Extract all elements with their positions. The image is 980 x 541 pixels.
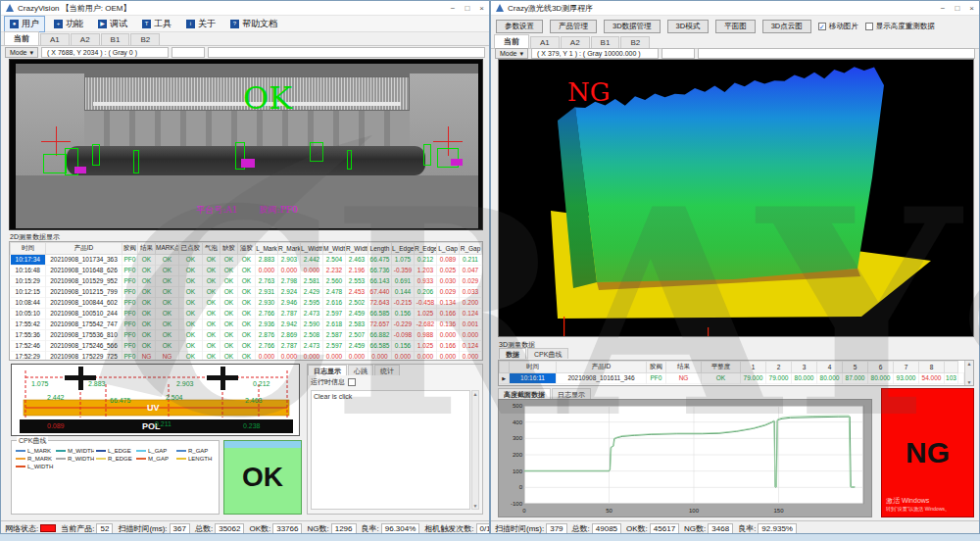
about-icon: i — [186, 20, 195, 28]
status-ok-count: OK数:45617 — [626, 523, 679, 534]
height-chart[interactable]: -1000100200300400500050100150 — [498, 399, 872, 517]
chart-tab-1[interactable]: 日志显示 — [552, 388, 591, 399]
table-row[interactable]: 17:52:2920210908_175229_725PF0NGNGOKOKOK… — [11, 352, 482, 362]
data3d-mgmt-button[interactable]: 3D数据管理 — [604, 20, 661, 33]
glue-mark — [451, 159, 463, 166]
data-tab-0[interactable]: 数据 — [499, 348, 526, 359]
maximize-button[interactable]: □ — [955, 4, 959, 13]
table-3d-scrollbar[interactable]: ▲▼ — [964, 361, 973, 385]
close-button[interactable]: × — [969, 4, 974, 13]
log-scrollbar[interactable]: ▲▼ — [471, 390, 479, 510]
measurement-label: 2.903 — [176, 380, 194, 387]
right-tab-0[interactable]: 当前 — [494, 34, 529, 48]
svg-text:300: 300 — [513, 435, 523, 441]
detection-box — [310, 142, 323, 162]
legend-line-icon — [136, 458, 146, 460]
left-tab-1[interactable]: A1 — [40, 33, 70, 45]
maximize-button[interactable]: □ — [465, 4, 469, 13]
menu-item-tools[interactable]: T工具 — [136, 16, 177, 32]
table-row[interactable]: 10:05:1020210908_100510_244PF0OKOKOKOKOK… — [11, 309, 482, 320]
chevron-down-icon: ▾ — [520, 50, 524, 58]
status-product: 当前产品:52 — [61, 523, 113, 534]
product-mgmt-button[interactable]: 产品管理 — [550, 20, 597, 33]
log-tab-1[interactable]: 心跳 — [348, 365, 373, 375]
result-indicator-strip — [224, 441, 301, 448]
menu-item-help[interactable]: ?帮助文档 — [224, 16, 283, 32]
platform-text: 平台号:A1 胶阀:PF0 — [16, 204, 478, 217]
menu-label: 帮助文档 — [242, 18, 277, 30]
mode3d-button[interactable]: 3D模式 — [667, 20, 710, 33]
measurement-table-3d[interactable]: 时间产品ID胶阀结果平整度12345678▶10:16:1120210908_1… — [498, 360, 974, 386]
svg-text:500: 500 — [513, 403, 523, 409]
schematic-panel: UV POL 1.0752.8832.9030.2122.44266.4752.… — [11, 364, 300, 436]
image-2d-view[interactable]: OK 平台号:A1 胶阀:PF0 — [9, 59, 483, 230]
detection-box — [423, 144, 431, 166]
table-header-row: 时间产品ID胶阀结果平整度12345678 — [500, 362, 964, 373]
table-row[interactable]: 10:15:2920210908_101529_952PF0OKOKOKOKOK… — [11, 276, 482, 287]
view-3d[interactable]: NG — [498, 59, 974, 337]
param-settings-button[interactable]: 参数设置 — [496, 20, 543, 33]
coords-aux-box — [172, 47, 205, 58]
log-tab-2[interactable]: 统计 — [374, 365, 400, 375]
move-image-checkbox[interactable]: ✓ — [818, 23, 826, 30]
mode-dropdown-left[interactable]: Mode ▾ — [5, 47, 38, 58]
status-ng-count: NG数:1296 — [307, 523, 356, 534]
menu-label: 功能 — [66, 18, 83, 30]
table-row[interactable]: 10:12:1520210908_101215_799PF0OKOKOKOKOK… — [11, 287, 482, 298]
runtime-info-row: 运行时信息 — [308, 375, 482, 389]
chart-tab-0[interactable]: 高度截面数据 — [498, 388, 551, 399]
legend-item: LENGTH — [176, 456, 215, 462]
left-window-title: CrazyVision 【当前用户: OEM】 — [18, 3, 130, 14]
minimize-button[interactable]: − — [941, 4, 946, 13]
show-height-data-checkbox[interactable] — [865, 23, 873, 30]
result-indicator-left[interactable]: OK — [223, 440, 302, 515]
menu-item-function[interactable]: +功能 — [48, 16, 89, 32]
menu-item-debug[interactable]: ▶调试 — [92, 16, 133, 32]
svg-text:100: 100 — [689, 508, 700, 514]
pointcloud-button[interactable]: 3D点云图 — [762, 20, 811, 33]
measurement-label: 0.089 — [47, 422, 65, 429]
table-row[interactable]: 17:55:4220210908_175542_747PF0OKOKOKOKOK… — [11, 320, 482, 330]
minimize-button[interactable]: − — [451, 4, 456, 13]
data-tab-1[interactable]: CPK曲线 — [527, 348, 568, 359]
status-total: 总数:35062 — [195, 523, 244, 534]
table-row[interactable]: 10:17:3420210908_101734_363PF0OKOKOKOKOK… — [11, 255, 482, 266]
table-row[interactable]: 17:55:3620210908_175536_810PF0OKOKOKOKOK… — [11, 330, 482, 341]
left-tab-2[interactable]: A2 — [71, 33, 100, 45]
menu-item-about[interactable]: i关于 — [180, 16, 221, 32]
status-bar-left: 网络状态:当前产品:52扫描时间(ms):367总数:35062OK数:3376… — [1, 520, 489, 534]
measurement-table-2d[interactable]: 时间产品ID胶阀结果MARK点已点胶气泡缺胶溢胶L_MarkR_MarkL_Wi… — [9, 241, 483, 361]
left-tab-4[interactable]: B2 — [130, 33, 160, 45]
network-status-swatch — [40, 524, 56, 532]
table-row[interactable]: ▶10:16:1120210908_101611_346PF0NGOK79.00… — [500, 373, 964, 384]
glue-mark — [241, 159, 255, 168]
runtime-info-checkbox[interactable] — [348, 378, 356, 386]
help-icon: ? — [230, 20, 239, 28]
table-row[interactable]: 17:52:4620210908_175246_566PF0OKOKOKOKOK… — [11, 341, 482, 352]
axis-tick-icon — [708, 327, 709, 336]
log-tab-0[interactable]: 日志显示 — [308, 365, 347, 375]
status-bar-right: 扫描时间(ms):379总数:49085OK数:45617NG数:3468良率:… — [491, 520, 979, 534]
mode-dropdown-right[interactable]: Mode ▾ — [495, 48, 528, 59]
detection-box — [133, 150, 139, 173]
result-indicator-right[interactable]: NG 激活 Windows 转到“设置”以激活 Windows。 — [881, 388, 974, 517]
plan-view-button[interactable]: 平面图 — [715, 20, 756, 33]
cpk-title: CPK曲线 — [17, 436, 48, 446]
left-tab-3[interactable]: B1 — [101, 33, 130, 45]
right-titlebar: Crazy激光线3D测厚程序 −□× — [491, 1, 979, 16]
checkbox-show-height-data[interactable]: 显示高度重测数据 — [865, 22, 935, 31]
left-tab-0[interactable]: 当前 — [4, 31, 39, 45]
table-row[interactable]: 10:16:4820210908_101648_626PF0OKOKOKOKOK… — [11, 266, 482, 276]
windows-activate-watermark: 激活 Windows 转到“设置”以激活 Windows。 — [886, 497, 950, 512]
legend-item: L_MARK — [16, 448, 54, 454]
tools-icon: T — [142, 20, 151, 28]
checkbox-move-image[interactable]: ✓移动图片 — [818, 22, 858, 31]
legend-item: L_WIDTH — [16, 464, 54, 469]
status-total: 总数:49085 — [572, 523, 621, 534]
menu-item-user[interactable]: ●用户 — [4, 16, 45, 32]
table-row[interactable]: 10:08:4420210908_100844_602PF0OKOKOKOKOK… — [11, 298, 482, 309]
measurement-label: 2.463 — [245, 397, 263, 404]
detection-box — [347, 150, 352, 170]
close-button[interactable]: × — [479, 4, 484, 13]
status-network: 网络状态: — [5, 523, 56, 534]
